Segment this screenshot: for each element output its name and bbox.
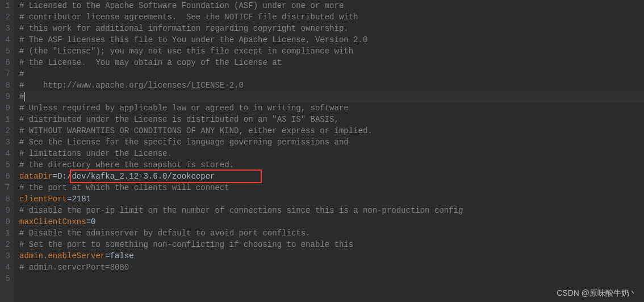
comment-text: # Set the port to something non-conflict… xyxy=(19,240,353,249)
comment-text: # the directory where the snapshot is st… xyxy=(19,160,234,169)
comment-text: # distributed under the License is distr… xyxy=(19,115,339,124)
property-value: false xyxy=(110,251,134,260)
comment-text: # http://www.apache.org/licenses/LICENSE… xyxy=(19,81,244,90)
code-editor[interactable]: 1234567890123456789012345 # Licensed to … xyxy=(0,0,644,302)
line-number: 4 xyxy=(0,262,10,273)
code-line[interactable]: # the directory where the snapshot is st… xyxy=(19,159,644,171)
code-line[interactable]: # The ASF licenses this file to You unde… xyxy=(19,34,644,45)
comment-text: # WITHOUT WARRANTIES OR CONDITIONS OF AN… xyxy=(19,126,373,135)
code-line[interactable]: # xyxy=(19,68,644,80)
code-line[interactable]: # contributor license agreements. See th… xyxy=(19,11,644,23)
line-number: 7 xyxy=(0,68,10,80)
code-line[interactable]: admin.enableServer=false xyxy=(19,250,644,262)
code-line[interactable] xyxy=(19,273,644,284)
line-number: 5 xyxy=(0,159,10,171)
comment-text: # disable the per-ip limit on the number… xyxy=(19,206,463,215)
line-number: 1 xyxy=(0,0,10,11)
property-key: dataDir xyxy=(19,172,53,181)
code-line[interactable]: clientPort=2181 xyxy=(19,193,644,205)
line-number: 1 xyxy=(0,227,10,239)
comment-text: # xyxy=(19,92,24,101)
comment-text: # this work for additional information r… xyxy=(19,24,349,33)
line-number: 8 xyxy=(0,80,10,91)
comment-text: # limitations under the License. xyxy=(19,149,172,158)
property-key: clientPort xyxy=(19,195,67,204)
line-number: 1 xyxy=(0,114,10,125)
property-value: 0 xyxy=(91,217,95,226)
comment-text: # xyxy=(19,69,24,78)
code-line[interactable]: maxClientCnxns=0 xyxy=(19,216,644,227)
line-number: 6 xyxy=(0,171,10,182)
line-number: 2 xyxy=(0,125,10,136)
line-number: 0 xyxy=(0,102,10,114)
code-line[interactable]: # Licensed to the Apache Software Founda… xyxy=(19,0,644,11)
code-line[interactable]: # Disable the adminserver by default to … xyxy=(19,227,644,239)
line-number: 2 xyxy=(0,239,10,250)
comment-text: # contributor license agreements. See th… xyxy=(19,13,358,22)
equals-sign: = xyxy=(86,217,91,226)
code-line[interactable]: # xyxy=(19,91,644,102)
line-number: 7 xyxy=(0,182,10,193)
line-number: 4 xyxy=(0,148,10,159)
property-value: D:/dev/kafka_2.12-3.6.0/zookeeper xyxy=(57,172,215,181)
comment-text: # (the "License"); you may not use this … xyxy=(19,47,353,56)
comment-text: # Unless required by applicable law or a… xyxy=(19,104,349,113)
equals-sign: = xyxy=(53,172,57,181)
line-number: 4 xyxy=(0,34,10,45)
comment-text: # The ASF licenses this file to You unde… xyxy=(19,35,367,44)
code-line[interactable]: # (the "License"); you may not use this … xyxy=(19,45,644,57)
code-line[interactable]: dataDir=D:/dev/kafka_2.12-3.6.0/zookeepe… xyxy=(19,171,644,182)
code-line[interactable]: # this work for additional information r… xyxy=(19,23,644,34)
line-number: 8 xyxy=(0,193,10,205)
line-number: 5 xyxy=(0,45,10,57)
comment-text: # admin.serverPort=8080 xyxy=(19,263,129,272)
code-line[interactable]: # disable the per-ip limit on the number… xyxy=(19,205,644,216)
comment-text: # See the License for the specific langu… xyxy=(19,138,349,147)
comment-text: # Licensed to the Apache Software Founda… xyxy=(19,1,344,10)
code-line[interactable]: # See the License for the specific langu… xyxy=(19,136,644,148)
code-line[interactable]: # Set the port to something non-conflict… xyxy=(19,239,644,250)
code-line[interactable]: # distributed under the License is distr… xyxy=(19,114,644,125)
code-line[interactable]: # WITHOUT WARRANTIES OR CONDITIONS OF AN… xyxy=(19,125,644,136)
line-number: 6 xyxy=(0,57,10,68)
comment-text: # the License. You may obtain a copy of … xyxy=(19,58,282,67)
code-line[interactable]: # the License. You may obtain a copy of … xyxy=(19,57,644,68)
property-key: admin.enableServer xyxy=(19,251,105,260)
comment-text: # the port at which the clients will con… xyxy=(19,183,229,192)
code-line[interactable]: # http://www.apache.org/licenses/LICENSE… xyxy=(19,80,644,91)
line-number-gutter: 1234567890123456789012345 xyxy=(0,0,14,302)
line-number: 9 xyxy=(0,205,10,216)
comment-text: # Disable the adminserver by default to … xyxy=(19,229,310,238)
property-value: 2181 xyxy=(72,195,91,204)
code-area[interactable]: # Licensed to the Apache Software Founda… xyxy=(14,0,644,302)
line-number: 3 xyxy=(0,23,10,34)
code-line[interactable]: # Unless required by applicable law or a… xyxy=(19,102,644,114)
line-number: 9 xyxy=(0,91,10,102)
code-line[interactable]: # the port at which the clients will con… xyxy=(19,182,644,193)
line-number: 2 xyxy=(0,11,10,23)
line-number: 0 xyxy=(0,216,10,227)
text-cursor xyxy=(24,92,25,101)
property-key: maxClientCnxns xyxy=(19,217,86,226)
line-number: 3 xyxy=(0,136,10,148)
code-line[interactable]: # limitations under the License. xyxy=(19,148,644,159)
equals-sign: = xyxy=(105,251,110,260)
code-line[interactable]: # admin.serverPort=8080 xyxy=(19,262,644,273)
line-number: 3 xyxy=(0,250,10,262)
line-number: 5 xyxy=(0,273,10,284)
